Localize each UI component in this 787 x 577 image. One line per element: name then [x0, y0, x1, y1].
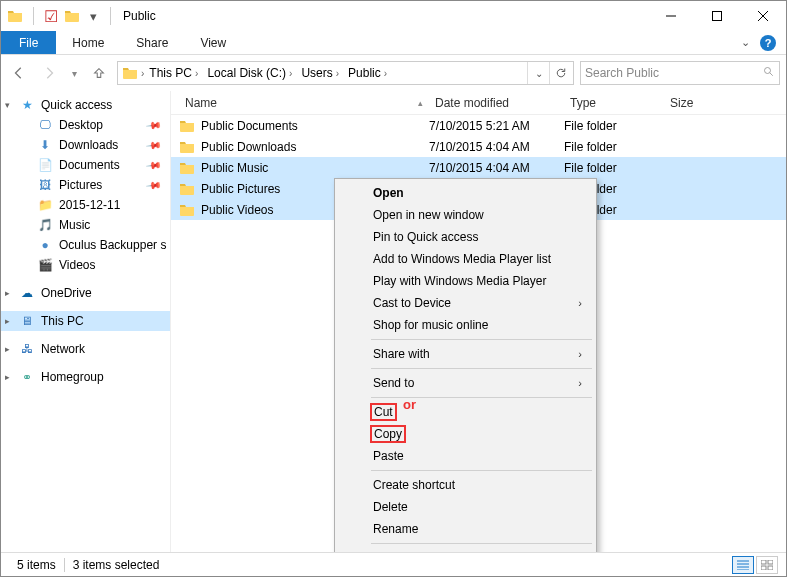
expand-icon[interactable]: ▸: [5, 288, 10, 298]
file-type: File folder: [564, 161, 664, 175]
help-icon[interactable]: ?: [760, 35, 776, 51]
sidebar-item-downloads[interactable]: ⬇Downloads📌: [1, 135, 170, 155]
back-button[interactable]: [7, 61, 31, 85]
context-menu: OpenOpen in new windowPin to Quick acces…: [334, 178, 597, 573]
column-header-name[interactable]: Name▴: [179, 96, 429, 110]
expand-icon[interactable]: ▸: [5, 372, 10, 382]
address-dropdown[interactable]: ⌄: [527, 62, 549, 84]
sidebar-item-label: Desktop: [59, 118, 103, 132]
menu-item-rename[interactable]: Rename: [337, 518, 594, 540]
file-row[interactable]: Public Downloads7/10/2015 4:04 AMFile fo…: [171, 136, 786, 157]
sidebar-item-this-pc[interactable]: ▸ 🖥 This PC: [1, 311, 170, 331]
sidebar-item-2015-12-11[interactable]: 📁2015-12-11: [1, 195, 170, 215]
sidebar-item-pictures[interactable]: 🖼Pictures📌: [1, 175, 170, 195]
chevron-right-icon: ›: [578, 348, 582, 360]
qat-properties-icon[interactable]: ☑: [44, 9, 58, 23]
menu-item-label: Pin to Quick access: [373, 230, 478, 244]
menu-item-paste[interactable]: Paste: [337, 445, 594, 467]
tab-view[interactable]: View: [184, 31, 242, 54]
menu-item-add-to-windows-media-player-list[interactable]: Add to Windows Media Player list: [337, 248, 594, 270]
sidebar-item-network[interactable]: ▸ 🖧 Network: [1, 339, 170, 359]
downloads-icon: ⬇: [37, 137, 53, 153]
divider: [110, 7, 111, 25]
menu-item-send-to[interactable]: Send to›: [337, 372, 594, 394]
column-header-type[interactable]: Type: [564, 96, 664, 110]
file-row[interactable]: Public Music7/10/2015 4:04 AMFile folder: [171, 157, 786, 178]
sidebar-item-onedrive[interactable]: ▸ ☁ OneDrive: [1, 283, 170, 303]
svg-rect-3: [768, 560, 773, 564]
address-bar[interactable]: › This PC› Local Disk (C:)› Users› Publi…: [117, 61, 574, 85]
menu-item-copy[interactable]: Copy: [337, 423, 594, 445]
breadcrumb[interactable]: Local Disk (C:)›: [203, 66, 297, 80]
menu-item-label: Cut: [370, 403, 397, 421]
menu-item-label: Paste: [373, 449, 404, 463]
chevron-right-icon[interactable]: ›: [288, 68, 293, 79]
menu-item-create-shortcut[interactable]: Create shortcut: [337, 474, 594, 496]
sidebar-item-label: Network: [41, 342, 85, 356]
svg-rect-2: [761, 560, 766, 564]
sidebar-item-quick-access[interactable]: ▾ ★ Quick access: [1, 95, 170, 115]
menu-item-label: Send to: [373, 376, 414, 390]
menu-item-share-with[interactable]: Share with›: [337, 343, 594, 365]
chevron-right-icon[interactable]: ›: [335, 68, 340, 79]
recent-dropdown[interactable]: ▾: [67, 61, 81, 85]
crumb-label: Users: [301, 66, 332, 80]
tab-share[interactable]: Share: [120, 31, 184, 54]
menu-item-play-with-windows-media-player[interactable]: Play with Windows Media Player: [337, 270, 594, 292]
desktop-icon: 🖵: [37, 117, 53, 133]
menu-item-delete[interactable]: Delete: [337, 496, 594, 518]
menu-item-pin-to-quick-access[interactable]: Pin to Quick access: [337, 226, 594, 248]
minimize-button[interactable]: [648, 1, 694, 31]
nav-pane: ▾ ★ Quick access 🖵Desktop📌⬇Downloads📌📄Do…: [1, 91, 171, 552]
sidebar-item-label: Downloads: [59, 138, 118, 152]
menu-item-label: Add to Windows Media Player list: [373, 252, 551, 266]
menu-item-open-in-new-window[interactable]: Open in new window: [337, 204, 594, 226]
folder-icon: 📁: [37, 197, 53, 213]
breadcrumb[interactable]: Users›: [297, 66, 344, 80]
crumb-label: This PC: [149, 66, 192, 80]
close-button[interactable]: [740, 1, 786, 31]
forward-button[interactable]: [37, 61, 61, 85]
file-tab[interactable]: File: [1, 31, 56, 54]
up-button[interactable]: [87, 61, 111, 85]
tab-home[interactable]: Home: [56, 31, 120, 54]
sidebar-item-music[interactable]: 🎵Music: [1, 215, 170, 235]
sidebar-item-documents[interactable]: 📄Documents📌: [1, 155, 170, 175]
refresh-button[interactable]: [549, 62, 571, 84]
sidebar-item-desktop[interactable]: 🖵Desktop📌: [1, 115, 170, 135]
menu-item-open[interactable]: Open: [337, 182, 594, 204]
search-input[interactable]: Search Public: [580, 61, 780, 85]
sort-icon: ▴: [418, 98, 423, 108]
view-details-button[interactable]: [732, 556, 754, 574]
sidebar-item-oculus-backupper-s[interactable]: ●Oculus Backupper s: [1, 235, 170, 255]
star-icon: ★: [19, 97, 35, 113]
file-date: 7/10/2015 4:04 AM: [429, 140, 564, 154]
breadcrumb[interactable]: Public›: [344, 66, 392, 80]
sidebar-item-label: Documents: [59, 158, 120, 172]
chevron-right-icon[interactable]: ›: [194, 68, 199, 79]
expand-icon[interactable]: ▸: [5, 344, 10, 354]
view-icons-button[interactable]: [756, 556, 778, 574]
column-header-date[interactable]: Date modified: [429, 96, 564, 110]
qat-newfolder-icon[interactable]: [64, 8, 80, 24]
chevron-right-icon[interactable]: ›: [383, 68, 388, 79]
menu-item-shop-for-music-online[interactable]: Shop for music online: [337, 314, 594, 336]
column-header-size[interactable]: Size: [664, 96, 744, 110]
file-row[interactable]: Public Documents7/10/2015 5:21 AMFile fo…: [171, 115, 786, 136]
collapse-icon[interactable]: ▾: [5, 100, 10, 110]
sidebar-item-homegroup[interactable]: ▸ ⚭ Homegroup: [1, 367, 170, 387]
maximize-button[interactable]: [694, 1, 740, 31]
search-icon: [763, 66, 775, 81]
column-headers: Name▴ Date modified Type Size: [171, 91, 786, 115]
breadcrumb[interactable]: This PC›: [145, 66, 203, 80]
file-name: Public Pictures: [201, 182, 280, 196]
sidebar-item-videos[interactable]: 🎬Videos: [1, 255, 170, 275]
menu-separator: [371, 470, 592, 471]
ribbon-expand-icon[interactable]: ⌄: [741, 36, 750, 49]
nav-row: ▾ › This PC› Local Disk (C:)› Users› Pub…: [1, 55, 786, 91]
qat-dropdown-icon[interactable]: ▾: [86, 9, 100, 23]
menu-item-cast-to-device[interactable]: Cast to Device›: [337, 292, 594, 314]
pictures-icon: 🖼: [37, 177, 53, 193]
expand-icon[interactable]: ▸: [5, 316, 10, 326]
menu-item-cut[interactable]: Cut: [337, 401, 594, 423]
